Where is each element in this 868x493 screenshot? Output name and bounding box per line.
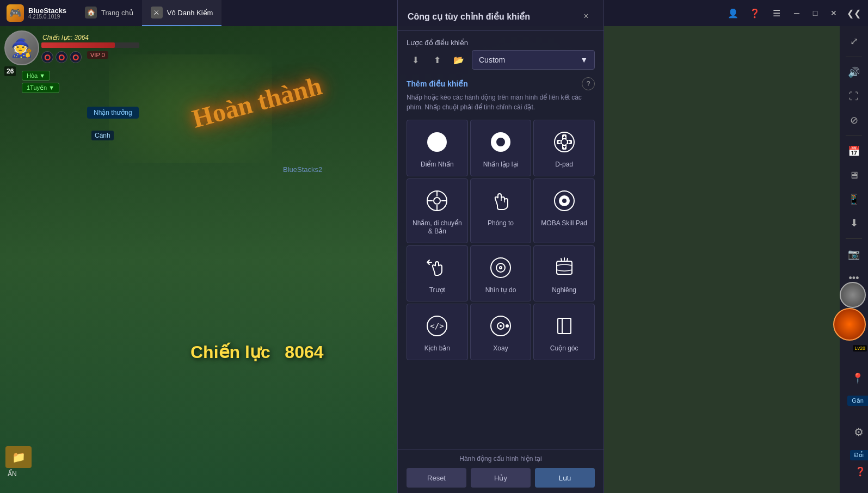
dpad-icon	[551, 129, 577, 155]
controls-grid: Điểm Nhấn Nhấn lập lại	[407, 120, 595, 360]
control-nham-di-chuyen[interactable]: Nhắm, di chuyển & Bắn	[407, 178, 468, 243]
skill-orb-1[interactable]	[833, 308, 866, 341]
control-cuon-goc[interactable]: Cuộn góc	[533, 304, 595, 360]
dialog-title: Công cụ tùy chỉnh điều khiển	[408, 11, 530, 22]
control-nghieng[interactable]: Nghiêng	[533, 245, 595, 302]
svg-rect-36	[558, 318, 571, 334]
phong-to-icon	[488, 188, 514, 214]
dropdown-value: Custom	[479, 56, 505, 64]
cuon-goc-icon	[551, 313, 577, 339]
moba-label: MOBA Skill Pad	[541, 219, 587, 228]
export-icon[interactable]: ⬆	[428, 51, 446, 69]
map-pin-icon[interactable]: 📍	[852, 372, 864, 384]
close-button[interactable]: ✕	[826, 5, 842, 21]
nghieng-label: Nghiêng	[552, 286, 576, 295]
control-phong-to[interactable]: Phóng to	[470, 178, 532, 243]
sidebar-camera-icon[interactable]: 📷	[843, 243, 865, 265]
collapse-icon[interactable]: ❮❮	[844, 3, 864, 23]
minimize-button[interactable]: ─	[789, 5, 805, 21]
control-diem-nhan[interactable]: Điểm Nhấn	[407, 120, 468, 176]
them-dieu-khien-section: Thêm điều khiển ? Nhấp hoặc kéo các hành…	[407, 77, 595, 112]
control-xoay[interactable]: Xoay	[470, 304, 532, 360]
xoay-label: Xoay	[493, 344, 508, 353]
svg-text:</>: </>	[430, 322, 444, 330]
svg-point-6	[562, 139, 567, 145]
scheme-dropdown[interactable]: Custom ▼	[472, 50, 595, 70]
bottom-buttons: Reset Hủy Lưu	[407, 468, 595, 488]
tab-game[interactable]: ⚔ Vô Danh Kiếm	[142, 0, 222, 26]
nhan-lap-lai-label: Nhấn lập lại	[483, 161, 518, 169]
cuon-goc-label: Cuộn góc	[550, 344, 578, 353]
svg-rect-26	[557, 261, 572, 274]
svg-point-2	[496, 138, 505, 146]
control-nhin-tu-do[interactable]: Nhìn tự do	[470, 245, 532, 302]
kich-ban-label: Kịch bản	[424, 344, 450, 353]
luoc-do-label: Lược đồ điều khiển	[407, 39, 595, 47]
sidebar-phone-icon[interactable]: 📱	[843, 188, 865, 210]
logo-icon: 🎮	[7, 4, 24, 22]
tab-home[interactable]: 🏠 Trang chủ	[76, 0, 142, 26]
sidebar-volume-icon[interactable]: 🔊	[843, 61, 865, 83]
nghieng-icon	[551, 255, 577, 281]
phong-to-label: Phóng to	[488, 219, 514, 228]
dropdown-arrow: ▼	[580, 56, 588, 64]
svg-point-34	[500, 325, 502, 327]
reset-button[interactable]: Reset	[407, 468, 466, 488]
home-icon: 🏠	[85, 7, 97, 19]
gan-button[interactable]: Gần	[847, 396, 868, 406]
menu-icon[interactable]: ☰	[767, 3, 786, 23]
dialog-body: Lược đồ điều khiển ⬇ ⬆ 📂 Custom ▼ Thêm đ…	[398, 31, 604, 449]
dropdown-row: ⬇ ⬆ 📂 Custom ▼	[407, 50, 595, 70]
sidebar-separator	[846, 57, 862, 57]
sidebar-resize-icon[interactable]: ⛶	[843, 85, 865, 107]
svg-point-0	[427, 132, 447, 152]
sidebar-slash-icon[interactable]: ⊘	[843, 109, 865, 131]
dialog-header: Công cụ tùy chỉnh điều khiển ×	[398, 0, 604, 31]
control-kich-ban[interactable]: </> Kịch bản	[407, 304, 468, 360]
svg-point-12	[434, 198, 440, 204]
moba-icon	[551, 188, 577, 214]
settings-icon[interactable]: ⚙	[854, 426, 864, 439]
import-icon[interactable]: ⬇	[407, 51, 424, 69]
maximize-button[interactable]: □	[807, 5, 823, 21]
topbar-right: 👤 ❓ ☰ ─ □ ✕ ❮❮	[723, 3, 868, 23]
logo-text: BlueStacks 4.215.0.1019	[28, 7, 66, 20]
sidebar-expand-icon[interactable]: ⤢	[843, 30, 865, 52]
app-name: BlueStacks	[28, 7, 66, 14]
nham-label: Nhắm, di chuyển & Bắn	[411, 219, 463, 236]
svg-line-28	[561, 258, 562, 261]
sidebar-separator-3	[846, 238, 862, 239]
control-truot[interactable]: Trượt	[407, 245, 468, 302]
control-dpad[interactable]: D-pad	[533, 120, 595, 176]
svg-point-25	[500, 267, 501, 268]
app-logo: 🎮 BlueStacks 4.215.0.1019	[0, 4, 76, 22]
svg-point-21	[562, 199, 567, 203]
tab-home-label: Trang chủ	[101, 9, 133, 17]
question-icon[interactable]: ❓	[855, 466, 866, 477]
right-sidebar: ⤢ 🔊 ⛶ ⊘ 📅 🖥 📱 ⬇ 📷 ••• Lv28 📍 Gần ⚙ Đổi ❓	[840, 26, 868, 493]
nhan-lap-lai-icon	[488, 129, 514, 155]
save-button[interactable]: Lưu	[535, 468, 595, 488]
truot-icon	[424, 255, 450, 281]
cancel-button[interactable]: Hủy	[471, 468, 531, 488]
control-moba[interactable]: MOBA Skill Pad	[533, 178, 595, 243]
section-help-icon[interactable]: ?	[582, 77, 595, 90]
nham-icon	[424, 188, 450, 214]
dialog-close-button[interactable]: ×	[578, 9, 594, 24]
app-version: 4.215.0.1019	[28, 14, 66, 20]
dpad-label: D-pad	[555, 161, 573, 169]
sidebar-calendar-icon[interactable]: 📅	[843, 140, 865, 162]
sidebar-screen-icon[interactable]: 🖥	[843, 164, 865, 186]
tab-game-label: Vô Danh Kiếm	[167, 9, 213, 17]
control-customization-dialog: Công cụ tùy chỉnh điều khiển × Lược đồ đ…	[397, 0, 604, 493]
account-icon[interactable]: 👤	[723, 3, 743, 23]
folder-open-icon[interactable]: 📂	[450, 51, 467, 69]
diem-nhan-icon	[424, 129, 450, 155]
doi-button[interactable]: Đổi	[850, 450, 868, 460]
control-nhan-lap-lai[interactable]: Nhấn lập lại	[470, 120, 532, 176]
svg-rect-37	[562, 318, 571, 334]
svg-point-35	[506, 324, 509, 328]
help-icon[interactable]: ❓	[745, 3, 765, 23]
skill-orb-2[interactable]	[840, 282, 866, 308]
sidebar-download-icon[interactable]: ⬇	[843, 212, 865, 234]
